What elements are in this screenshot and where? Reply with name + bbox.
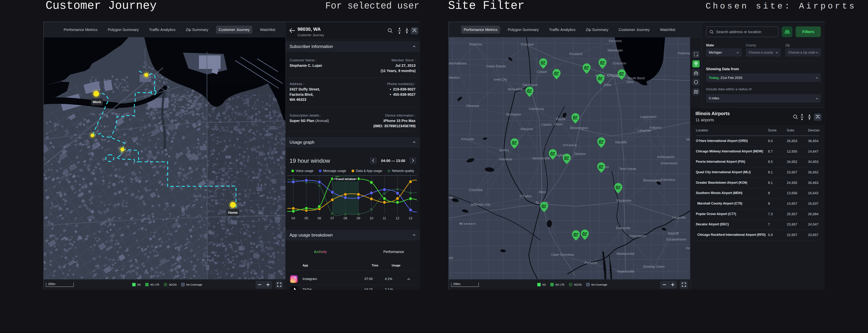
svg-text:Owensboro: Owensboro: [629, 234, 646, 238]
svg-text:Cape Girardeau: Cape Girardeau: [551, 253, 574, 256]
svg-text:13: 13: [409, 217, 412, 220]
svg-text:Kalamazoo: Kalamazoo: [678, 51, 690, 55]
svg-text:Kokomo: Kokomo: [649, 126, 661, 130]
svg-text:05: 05: [305, 217, 308, 220]
svg-text:Logansport: Logansport: [640, 115, 656, 118]
svg-text:Travel window: Travel window: [336, 177, 355, 181]
svg-text:Elizabethtown: Elizabethtown: [666, 238, 686, 241]
svg-text:Evanston: Evanston: [613, 61, 626, 65]
svg-text:04: 04: [291, 217, 295, 220]
svg-text:Jefferson City: Jefferson City: [470, 203, 490, 206]
svg-text:Columbus: Columbus: [660, 178, 675, 182]
svg-text:Iowa City: Iowa City: [494, 78, 507, 81]
svg-text:Kirksville: Kirksville: [461, 137, 474, 141]
svg-text:Pekin: Pekin: [554, 122, 563, 126]
svg-text:Joliet: Joliet: [603, 83, 611, 87]
svg-text:alia: alia: [449, 196, 453, 199]
svg-text:Muscatine: Muscatine: [508, 87, 523, 91]
svg-text:Galesburg: Galesburg: [529, 107, 544, 111]
svg-text:Alton: Alton: [538, 190, 546, 194]
svg-text:Greenwood: Greenwood: [660, 161, 677, 165]
svg-text:Indianapolis: Indianapolis: [657, 155, 675, 159]
svg-text:09: 09: [356, 217, 360, 220]
svg-text:Bloomington: Bloomington: [570, 126, 588, 130]
svg-text:Bowling Green: Bowling Green: [643, 265, 664, 269]
svg-text:Dubuque: Dubuque: [521, 43, 534, 46]
svg-text:Decatur: Decatur: [574, 152, 586, 156]
svg-text:08: 08: [344, 217, 347, 220]
svg-text:Vincennes: Vincennes: [616, 199, 631, 202]
svg-text:Paducah: Paducah: [585, 261, 597, 265]
svg-text:07: 07: [331, 217, 334, 220]
svg-text:04:00 — 13:00: 04:00 — 13:00: [381, 159, 405, 163]
svg-text:Cedar Rapids: Cedar Rapids: [486, 64, 506, 68]
svg-text:Clinton: Clinton: [537, 70, 547, 74]
svg-text:06: 06: [317, 217, 321, 220]
svg-text:Terre Haute: Terre Haute: [619, 167, 636, 171]
svg-text:11: 11: [383, 217, 386, 220]
svg-text:Waukegan: Waukegan: [608, 49, 623, 52]
svg-text:Peoria: Peoria: [556, 117, 565, 121]
svg-text:Kenosha: Kenosha: [609, 39, 622, 43]
svg-text:Illinois: Illinois: [563, 143, 578, 146]
svg-text:Lafayette: Lafayette: [638, 129, 651, 132]
svg-text:Bloomington: Bloomington: [643, 178, 661, 182]
svg-text:Louisville: Louisville: [672, 216, 686, 219]
svg-text:Radcliff: Radcliff: [668, 232, 679, 235]
svg-text:Work: Work: [93, 100, 101, 104]
svg-text:10: 10: [370, 217, 373, 220]
svg-text:Mu: Mu: [686, 138, 690, 141]
svg-text:eld: eld: [449, 256, 453, 260]
svg-text:Macomb: Macomb: [521, 127, 533, 131]
svg-text:Hannibal: Hannibal: [499, 158, 512, 161]
svg-text:Home: Home: [228, 211, 238, 215]
svg-text:Quincy: Quincy: [499, 148, 509, 152]
svg-text:Newton: Newton: [449, 76, 460, 79]
svg-text:Marshalltown: Marshalltown: [449, 61, 467, 65]
svg-text:Missouri: Missouri: [460, 222, 476, 225]
svg-text:O’Fallon: O’Fallon: [520, 194, 532, 198]
svg-text:Columbia: Columbia: [469, 188, 483, 192]
svg-text:Burlington: Burlington: [506, 113, 521, 116]
svg-text:Jacksonville: Jacksonville: [532, 156, 550, 160]
svg-text:Danville: Danville: [615, 140, 627, 144]
svg-text:Ke: Ke: [686, 246, 690, 250]
svg-text:Rockford: Rockford: [569, 52, 582, 56]
svg-text:12: 12: [396, 217, 399, 220]
svg-text:Canton: Canton: [541, 123, 552, 127]
svg-text:South Bend: South Bend: [628, 76, 645, 80]
svg-text:Waterloo: Waterloo: [469, 43, 482, 46]
svg-text:Gary: Gary: [627, 80, 633, 84]
svg-text:Hopkinsville: Hopkinsville: [617, 270, 634, 273]
svg-text:Madisonville: Madisonville: [616, 252, 634, 255]
svg-text:Davenport: Davenport: [522, 83, 537, 87]
svg-text:Ottumwa: Ottumwa: [466, 104, 479, 108]
svg-text:Evansville: Evansville: [616, 226, 630, 230]
